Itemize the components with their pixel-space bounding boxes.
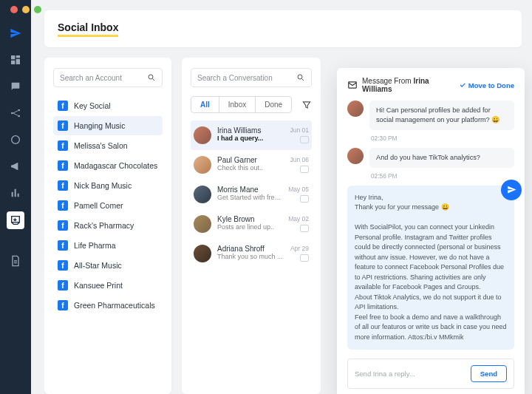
minimize-dot[interactable] — [22, 6, 30, 13]
reply-body: With SocialPilot, you can connect your L… — [355, 223, 507, 342]
conversation-date: May 05 — [288, 186, 309, 193]
filter-icon[interactable] — [301, 100, 312, 110]
reply-greeting: Hey Irina, — [355, 193, 507, 203]
account-item[interactable]: fRack's Pharmacy — [53, 216, 163, 235]
check-icon — [459, 81, 466, 89]
nav-chat-icon[interactable] — [7, 78, 24, 95]
facebook-icon: f — [58, 160, 68, 171]
mail-icon — [300, 166, 309, 173]
nav-megaphone-icon[interactable] — [7, 158, 24, 174]
message-timestamp: 02:30 PM — [371, 135, 514, 142]
facebook-icon: f — [58, 240, 68, 251]
facebook-icon: f — [58, 280, 68, 291]
account-item[interactable]: fHanging Music — [53, 116, 163, 135]
message-from: Message From Irina Williams — [362, 77, 454, 93]
conversation-list: Irina WilliamsI had a query... Jun 01 Pa… — [191, 120, 312, 384]
account-label: Kansuee Print — [74, 281, 123, 290]
conversation-item[interactable]: Adriana ShroffThank you so much ... Apr … — [191, 239, 312, 268]
account-label: Rack's Pharmacy — [74, 221, 134, 230]
tab-inbox[interactable]: Inbox — [219, 97, 256, 112]
mail-icon — [300, 136, 309, 143]
nav-analytics-icon[interactable] — [7, 185, 24, 201]
avatar — [194, 126, 211, 144]
facebook-icon: f — [58, 220, 68, 231]
message-row: Hi! Can personal profiles be added for s… — [347, 101, 514, 130]
close-dot[interactable] — [10, 6, 18, 13]
avatar — [347, 101, 364, 117]
svg-point-4 — [149, 75, 153, 79]
nav-send-icon[interactable] — [7, 25, 24, 41]
conversation-name: Adriana Shroff — [217, 245, 284, 253]
mail-icon — [300, 225, 309, 232]
nav-inbox-icon[interactable] — [7, 211, 24, 229]
page-header: Social Inbox — [44, 10, 522, 47]
tab-all[interactable]: All — [191, 97, 219, 112]
conversation-preview: Posts are lined up.. — [217, 223, 282, 231]
account-label: Nick Bang Music — [74, 181, 132, 190]
send-icon — [507, 185, 516, 194]
conversation-preview: Check this out.. — [217, 164, 284, 171]
envelope-icon — [347, 80, 358, 90]
account-label: Melissa's Salon — [74, 141, 128, 150]
account-item[interactable]: fPamell Comer — [53, 196, 163, 215]
move-to-done-button[interactable]: Move to Done — [459, 81, 514, 89]
tab-done[interactable]: Done — [256, 97, 291, 112]
message-row: And do you have TikTok analytics? — [347, 148, 514, 168]
facebook-icon: f — [58, 300, 68, 310]
facebook-icon: f — [58, 140, 68, 151]
nav-target-icon[interactable] — [7, 132, 24, 148]
facebook-icon: f — [58, 101, 68, 111]
account-item[interactable]: fKey Social — [53, 96, 163, 115]
account-label: Madagascar Chocolates — [74, 161, 157, 170]
reply-input[interactable]: Send Irina a reply... Send — [347, 359, 514, 389]
conversation-name: Paul Garner — [217, 156, 284, 164]
message-bubble: Hi! Can personal profiles be added for s… — [369, 101, 514, 130]
account-item[interactable]: fGreen Pharmaceuticals — [53, 296, 163, 315]
account-label: Hanging Music — [74, 121, 125, 130]
facebook-icon: f — [58, 180, 68, 191]
conversation-date: Jun 01 — [290, 126, 309, 134]
message-bubble: And do you have TikTok analytics? — [369, 148, 514, 168]
svg-point-5 — [298, 75, 302, 79]
maximize-dot[interactable] — [34, 6, 41, 13]
search-icon — [147, 73, 156, 82]
avatar — [194, 156, 211, 174]
conversation-preview: Get Started with free... — [217, 194, 282, 201]
nav-network-icon[interactable] — [7, 105, 24, 121]
account-label: All-Star Music — [74, 261, 122, 270]
conversation-search[interactable]: Search a Conversation — [191, 68, 312, 87]
conversation-date: Jun 06 — [290, 156, 309, 163]
conversation-name: Morris Mane — [217, 186, 282, 194]
account-label: Key Social — [74, 101, 111, 110]
send-fab-button[interactable] — [501, 180, 522, 200]
conversation-item[interactable]: Irina WilliamsI had a query... Jun 01 — [191, 120, 312, 150]
conversation-item[interactable]: Morris ManeGet Started with free... May … — [191, 180, 312, 209]
account-item[interactable]: fNick Bang Music — [53, 176, 163, 195]
account-label: Life Pharma — [74, 241, 116, 250]
conversation-item[interactable]: Kyle BrownPosts are lined up.. May 02 — [191, 209, 312, 239]
account-search[interactable]: Search an Account — [53, 68, 163, 87]
message-header: Message From Irina Williams Move to Done — [347, 77, 514, 93]
nav-document-icon[interactable] — [7, 253, 24, 269]
reply-thanks: Thank you for your message 😀 — [355, 203, 507, 213]
svg-point-2 — [18, 115, 20, 118]
facebook-icon: f — [58, 120, 68, 131]
account-item[interactable]: fAll-Star Music — [53, 256, 163, 275]
search-icon — [296, 73, 305, 82]
account-item[interactable]: fLife Pharma — [53, 236, 163, 255]
svg-point-0 — [11, 112, 13, 115]
facebook-icon: f — [58, 200, 68, 211]
account-item[interactable]: fMadagascar Chocolates — [53, 156, 163, 175]
conversation-date: May 02 — [288, 215, 309, 223]
account-item[interactable]: fMelissa's Salon — [53, 136, 163, 155]
nav-dashboard-icon[interactable] — [7, 52, 24, 68]
conversation-date: Apr 29 — [290, 245, 309, 252]
account-label: Pamell Comer — [74, 201, 123, 210]
avatar — [194, 245, 211, 262]
conversation-item[interactable]: Paul GarnerCheck this out.. Jun 06 — [191, 150, 312, 180]
svg-point-3 — [12, 136, 20, 144]
account-item[interactable]: fKansuee Print — [53, 276, 163, 295]
send-button[interactable]: Send — [471, 365, 507, 382]
account-list: fKey Social fHanging Music fMelissa's Sa… — [53, 96, 163, 315]
facebook-icon: f — [58, 260, 68, 271]
